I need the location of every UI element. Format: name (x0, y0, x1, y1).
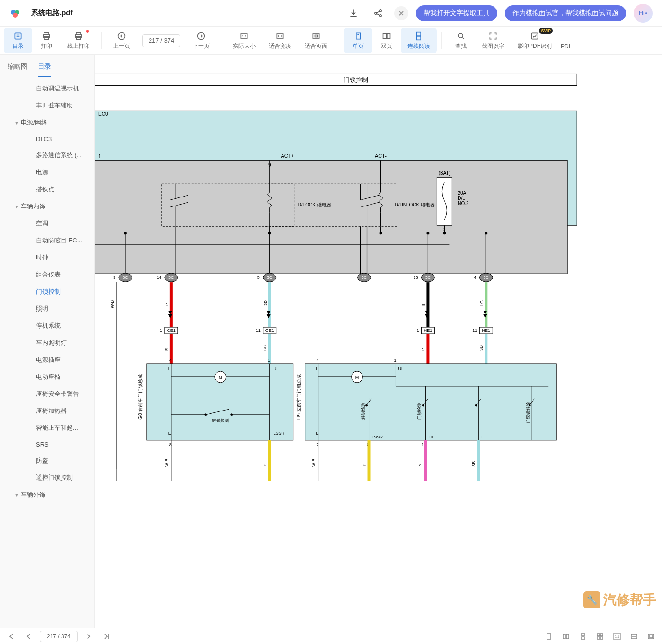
view-continuous-button[interactable] (576, 630, 590, 643)
toc-item[interactable]: 搭铁点 (0, 181, 94, 198)
svg-text:SB: SB (471, 461, 476, 467)
avatar[interactable]: Hi » (634, 4, 653, 23)
first-page-button[interactable] (4, 630, 18, 643)
svg-point-69 (427, 232, 429, 234)
toolbar-facing-page[interactable]: 双页 (372, 28, 401, 53)
watermark: 🔧 汽修帮手 (583, 591, 656, 609)
svg-text:解锁检测: 解锁检测 (212, 418, 229, 423)
page-number-input[interactable] (142, 34, 180, 47)
toc-item[interactable]: 组合仪表 (0, 266, 94, 283)
toc-item[interactable]: 座椅安全带警告 (0, 385, 94, 402)
svg-text:3C: 3C (425, 275, 431, 280)
toc-item[interactable]: 电源 (0, 164, 94, 181)
svg-rect-123 (305, 364, 557, 440)
view-facing-button[interactable] (559, 630, 573, 643)
toc-item-label: 门锁控制 (36, 287, 61, 296)
toc-item[interactable]: 空调 (0, 215, 94, 232)
fit-width-button[interactable] (627, 630, 641, 643)
view-single-button[interactable] (542, 630, 556, 643)
svg-point-59 (124, 232, 126, 234)
next-page-button[interactable] (81, 630, 96, 643)
toc-item[interactable]: 丰田驻车辅助... (0, 97, 94, 114)
toc-item[interactable]: 多路通信系统 (... (0, 147, 94, 164)
close-suggestions-button[interactable] (394, 6, 408, 20)
toc-item-label: 照明 (36, 304, 48, 313)
fit-page-button[interactable] (644, 630, 658, 643)
view-grid-button[interactable] (593, 630, 607, 643)
svg-text:E: E (168, 431, 171, 436)
svg-point-2 (13, 13, 18, 18)
toolbar-next-page[interactable]: 下一页 (186, 28, 216, 53)
avatar-label: Hi (639, 10, 644, 17)
toc-item-label: 停机系统 (36, 322, 61, 330)
toolbar-pdf[interactable]: PDI (558, 29, 573, 53)
toc-item[interactable]: ▼电源/网络 (0, 114, 94, 131)
toolbar-label: 实际大小 (233, 42, 256, 50)
toolbar-find[interactable]: 查找 (447, 28, 475, 53)
toc-item[interactable]: 车内照明灯 (0, 334, 94, 351)
toc-item-label: 多路通信系统 (... (36, 151, 82, 160)
toolbar-online-print[interactable]: 线上打印 (61, 28, 97, 53)
toc-item[interactable]: SRS (0, 437, 94, 452)
chevron-down-icon: ▼ (13, 492, 20, 498)
prev-page-button[interactable] (22, 630, 36, 643)
svg-text:SB: SB (479, 345, 484, 351)
toc-item[interactable]: 时钟 (0, 249, 94, 266)
toolbar: 目录 打印 线上打印 上一页 下一页 1:1 实际大小 适合宽度 适合页面 单页… (0, 27, 662, 55)
main-area: 缩略图 目录 自动调温视示机丰田驻车辅助...▼电源/网络DLC3多路通信系统 … (0, 55, 662, 628)
toc-item[interactable]: 自动调温视示机 (0, 80, 94, 97)
toc-item[interactable]: 门锁控制 (0, 283, 94, 300)
toolbar-label: 打印 (41, 42, 52, 50)
svg-rect-26 (531, 33, 538, 39)
toc-item[interactable]: 智能上车和起... (0, 420, 94, 437)
toolbar-fit-width[interactable]: 适合宽度 (262, 28, 298, 53)
toolbar-snip-ocr[interactable]: 截图识字 (475, 28, 511, 53)
toolbar-continuous[interactable]: 连续阅读 (401, 28, 437, 53)
svg-point-73 (485, 232, 487, 234)
svg-text:3C: 3C (168, 275, 174, 280)
facing-page-icon (381, 31, 392, 41)
svg-text:门双锁解除: 门双锁解除 (526, 402, 530, 423)
toc-item[interactable]: 防盗 (0, 452, 94, 469)
tab-thumbnails[interactable]: 缩略图 (8, 59, 27, 77)
svg-text:W-B: W-B (311, 458, 316, 466)
svg-rect-197 (563, 634, 565, 639)
svg-text:R: R (164, 348, 169, 351)
toolbar-toc[interactable]: 目录 (4, 28, 32, 53)
tab-toc[interactable]: 目录 (38, 59, 51, 77)
svg-text:ACT-: ACT- (375, 153, 387, 159)
suggestion-pill-interview[interactable]: 作为模拟面试官，帮我模拟面试问题 (505, 5, 626, 21)
svg-text:9: 9 (113, 275, 115, 280)
toolbar-actual-size[interactable]: 1:1 实际大小 (226, 28, 262, 53)
zoom-11-button[interactable]: 1:1 (610, 630, 624, 643)
document-canvas[interactable]: 门锁控制 ECU 1 ACT+ ACT- 9 (95, 55, 662, 628)
toolbar-prev-page[interactable]: 上一页 (106, 28, 137, 53)
suggestion-pill-extract[interactable]: 帮我打开文字提取工具 (416, 5, 497, 21)
svg-rect-202 (600, 634, 603, 636)
svg-text:Y: Y (362, 464, 367, 467)
toc-item[interactable]: 遥控门锁控制 (0, 469, 94, 486)
toolbar-single-page[interactable]: 单页 (344, 28, 372, 53)
toc-item[interactable]: 自动防眩目 EC... (0, 232, 94, 249)
toolbar-print[interactable]: 打印 (32, 28, 61, 53)
toc-item[interactable]: 停机系统 (0, 317, 94, 334)
list-icon (13, 31, 23, 41)
toc-item[interactable]: 照明 (0, 300, 94, 317)
svg-text:LG: LG (479, 300, 484, 306)
toc-item[interactable]: 座椅加热器 (0, 402, 94, 420)
toolbar-ocr-pdf[interactable]: SVIP 影印PDF识别 (511, 28, 558, 53)
toc-item[interactable]: 电动座椅 (0, 368, 94, 385)
toc-item[interactable]: ▼车辆内饰 (0, 198, 94, 215)
svg-rect-201 (597, 634, 600, 636)
toolbar-fit-page[interactable]: 适合页面 (298, 28, 334, 53)
toc-item[interactable]: 电源插座 (0, 351, 94, 368)
svg-text:13: 13 (413, 275, 418, 280)
svg-point-13 (118, 33, 125, 40)
toc-item[interactable]: ▼车辆外饰 (0, 486, 94, 503)
toc-item[interactable]: DLC3 (0, 131, 94, 147)
download-button[interactable] (345, 5, 362, 22)
share-button[interactable] (370, 5, 387, 22)
bottom-page-input[interactable] (40, 631, 78, 642)
last-page-button[interactable] (99, 630, 114, 643)
svg-text:HE1: HE1 (424, 328, 432, 333)
